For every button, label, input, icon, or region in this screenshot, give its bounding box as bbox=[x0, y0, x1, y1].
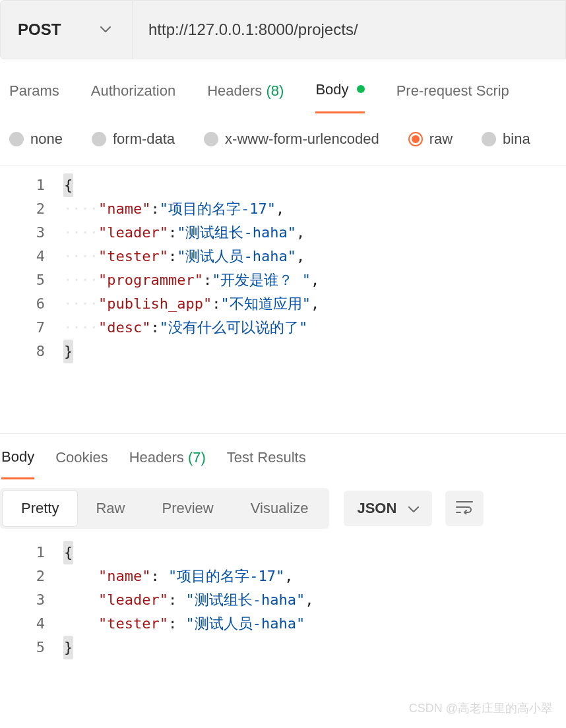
body-type-radios: none form-data x-www-form-urlencoded raw… bbox=[0, 115, 566, 166]
response-code-area[interactable]: { "name": "项目的名字-17", "leader": "测试组长-ha… bbox=[63, 537, 566, 663]
line-number: 1 bbox=[0, 541, 45, 564]
line-number: 1 bbox=[0, 173, 45, 197]
radio-icon bbox=[408, 132, 423, 146]
tab-prerequest[interactable]: Pre-request Scrip bbox=[396, 82, 509, 113]
resp-tab-testresults[interactable]: Test Results bbox=[227, 449, 306, 478]
line-number: 7 bbox=[0, 316, 45, 340]
wrap-lines-button[interactable] bbox=[445, 491, 484, 526]
json-val: 测试组长-haha bbox=[185, 224, 287, 241]
radio-label: form-data bbox=[113, 131, 175, 148]
tab-body[interactable]: Body bbox=[315, 81, 364, 113]
line-number: 4 bbox=[0, 245, 45, 268]
chevron-down-icon bbox=[408, 500, 419, 517]
json-val: 项目的名字-17 bbox=[168, 200, 267, 217]
line-number: 5 bbox=[0, 636, 45, 659]
tab-params[interactable]: Params bbox=[9, 82, 59, 113]
resp-headers-label: Headers bbox=[129, 449, 184, 466]
json-val: 项目的名字-17 bbox=[177, 568, 276, 584]
radio-x-www[interactable]: x-www-form-urlencoded bbox=[204, 131, 379, 148]
http-method-select[interactable]: POST bbox=[1, 1, 133, 59]
radio-label: none bbox=[30, 131, 63, 148]
json-val: 测试组长-haha bbox=[195, 592, 296, 608]
json-val: 没有什么可以说的了 bbox=[168, 319, 299, 336]
resp-tab-cookies[interactable]: Cookies bbox=[55, 449, 108, 478]
request-gutter: 1 2 3 4 5 6 7 8 bbox=[0, 169, 63, 367]
line-number: 8 bbox=[0, 340, 45, 363]
wrap-icon bbox=[455, 500, 474, 517]
request-code-area[interactable]: { ····"name":"项目的名字-17", ····"leader":"测… bbox=[63, 169, 566, 367]
line-number: 3 bbox=[0, 588, 45, 612]
watermark: CSDN @高老庄里的高小翠 bbox=[409, 700, 553, 716]
line-number: 2 bbox=[0, 197, 45, 221]
radio-label: raw bbox=[429, 131, 453, 148]
line-number: 3 bbox=[0, 221, 45, 245]
line-number: 4 bbox=[0, 612, 45, 636]
line-number: 2 bbox=[0, 564, 45, 588]
radio-icon bbox=[204, 132, 218, 146]
response-gutter: 1 2 3 4 5 bbox=[0, 537, 63, 663]
radio-icon bbox=[9, 132, 24, 146]
chevron-down-icon bbox=[100, 26, 111, 33]
json-val: 测试人员-haha bbox=[185, 248, 287, 264]
tab-authorization[interactable]: Authorization bbox=[91, 82, 175, 113]
json-val: 不知道应用 bbox=[230, 295, 302, 312]
response-section: Body Cookies Headers (7) Test Results Pr… bbox=[0, 433, 566, 663]
tab-headers[interactable]: Headers (8) bbox=[207, 82, 284, 113]
resp-tab-body[interactable]: Body bbox=[1, 448, 34, 479]
request-bar: POST bbox=[0, 0, 566, 59]
request-tabs: Params Authorization Headers (8) Body Pr… bbox=[0, 80, 566, 115]
resp-tab-headers[interactable]: Headers (7) bbox=[129, 449, 206, 478]
resp-headers-count: (7) bbox=[188, 449, 206, 466]
view-modes: Pretty Raw Preview Visualize bbox=[0, 488, 329, 529]
tab-headers-label: Headers bbox=[207, 82, 262, 99]
radio-icon bbox=[92, 132, 106, 146]
line-number: 5 bbox=[0, 268, 45, 292]
response-toolbar: Pretty Raw Preview Visualize JSON bbox=[0, 479, 566, 533]
view-mode-preview[interactable]: Preview bbox=[143, 491, 232, 526]
line-number: 6 bbox=[0, 292, 45, 316]
radio-label: bina bbox=[503, 131, 530, 148]
json-val: 测试人员-haha bbox=[195, 615, 296, 632]
radio-icon bbox=[482, 132, 496, 146]
request-url-input[interactable] bbox=[133, 1, 565, 59]
view-mode-pretty[interactable]: Pretty bbox=[3, 491, 77, 526]
body-modified-dot-icon bbox=[357, 85, 365, 93]
json-val: 开发是谁？ bbox=[220, 272, 301, 288]
radio-raw[interactable]: raw bbox=[408, 131, 453, 148]
radio-label: x-www-form-urlencoded bbox=[225, 131, 379, 148]
view-mode-raw[interactable]: Raw bbox=[77, 491, 143, 526]
headers-count: (8) bbox=[267, 82, 284, 99]
view-mode-visualize[interactable]: Visualize bbox=[232, 491, 327, 526]
response-body-editor[interactable]: 1 2 3 4 5 { "name": "项目的名字-17", "leader"… bbox=[0, 537, 566, 663]
format-label: JSON bbox=[357, 500, 396, 517]
tab-body-label: Body bbox=[315, 81, 348, 98]
http-method-label: POST bbox=[18, 20, 61, 39]
radio-form-data[interactable]: form-data bbox=[92, 131, 175, 148]
format-select[interactable]: JSON bbox=[344, 491, 432, 526]
radio-none[interactable]: none bbox=[9, 131, 63, 148]
radio-binary[interactable]: bina bbox=[482, 131, 530, 148]
response-tabs: Body Cookies Headers (7) Test Results bbox=[0, 434, 566, 479]
request-body-editor[interactable]: 1 2 3 4 5 6 7 8 { ····"name":"项目的名字-17",… bbox=[0, 169, 566, 367]
